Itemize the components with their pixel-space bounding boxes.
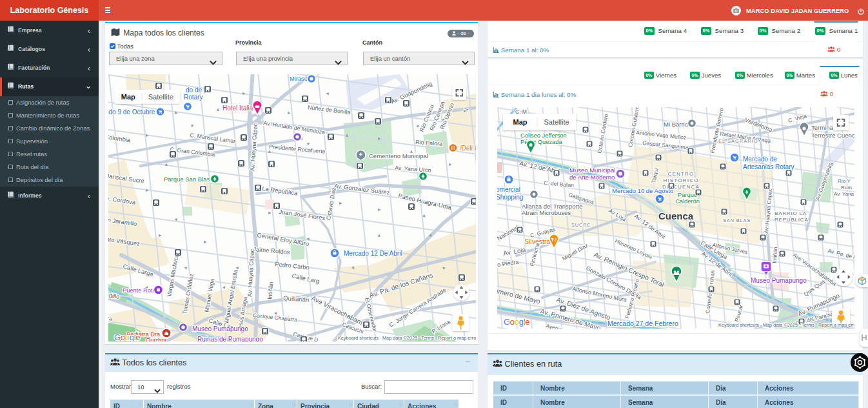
svg-text:Rum: Rum xyxy=(841,185,852,190)
svg-text:CENTRO: CENTRO xyxy=(667,171,694,177)
svg-text:Map: Map xyxy=(513,118,527,126)
svg-text:Calderón: Calderón xyxy=(675,198,700,205)
svg-text:/Deli Wir: /Deli Wir xyxy=(460,145,476,152)
svg-text:Mercado 10 de Agosto: Mercado 10 de Agosto xyxy=(612,187,673,194)
svg-text:Cuenca: Cuenca xyxy=(658,210,694,221)
svg-text:BARRIO LA: BARRIO LA xyxy=(774,210,807,216)
svg-text:Coliseo Jefferson: Coliseo Jefferson xyxy=(520,132,567,139)
svg-text:Keyboard shortcuts Map data: Keyboard shortcuts Map data ©2025 Terms … xyxy=(338,335,476,341)
svg-text:de Arte Moderno: de Arte Moderno xyxy=(569,174,615,181)
svg-text:Atrain Microbuses: Atrain Microbuses xyxy=(522,209,571,216)
svg-text:Google: Google xyxy=(504,317,529,327)
svg-text:Terrestre Cuenca: Terrestre Cuenca xyxy=(811,132,854,139)
svg-text:udillo: udillo xyxy=(108,291,120,300)
svg-text:Rotary: Rotary xyxy=(184,94,202,101)
svg-text:Parque San Blas: Parque San Blas xyxy=(164,176,210,183)
svg-text:EL SAGRARIO: EL SAGRARIO xyxy=(718,138,758,144)
svg-text:Mercado de: Mercado de xyxy=(743,156,777,163)
svg-text:Museo Municipal: Museo Municipal xyxy=(569,167,615,174)
svg-text:Mirasol: Mirasol xyxy=(290,76,309,82)
svg-text:Mi Barrio: Mi Barrio xyxy=(664,121,688,128)
svg-text:Cementerio Municipal: Cementerio Municipal xyxy=(369,152,428,159)
svg-text:Satellite: Satellite xyxy=(544,118,569,126)
svg-text:Intiñán: Intiñán xyxy=(771,247,778,263)
svg-text:REPUBLICA: REPUBLICA xyxy=(774,217,809,223)
svg-text:Ruinas de Pumapungo: Ruinas de Pumapungo xyxy=(197,336,263,342)
svg-text:Quizhpi: Quizhpi xyxy=(146,337,166,342)
svg-text:Museo Pumapungo: Museo Pumapungo xyxy=(751,277,807,284)
svg-text:Río Y: Río Y xyxy=(838,178,851,184)
svg-text:omercial: omercial xyxy=(497,186,520,193)
svg-text:Museo Pumapungo: Museo Pumapungo xyxy=(192,325,248,332)
svg-text:Map: Map xyxy=(121,92,135,100)
svg-text:Shopping: Shopping xyxy=(497,194,523,201)
svg-text:HISTÓRICO: HISTÓRICO xyxy=(663,178,698,183)
svg-text:SUCRE: SUCRE xyxy=(571,222,591,228)
svg-text:Google: Google xyxy=(114,332,140,342)
svg-text:Mercado 27 de Febrero: Mercado 27 de Febrero xyxy=(607,320,678,327)
svg-text:Mercado 12 De Abril: Mercado 12 De Abril xyxy=(344,250,402,257)
svg-text:Keyboard shortcuts Map data: Keyboard shortcuts Map data ©2025 Terms … xyxy=(718,322,854,328)
svg-text:Artesanias Rotary: Artesanias Rotary xyxy=(743,163,794,170)
svg-text:Terminal: Terminal xyxy=(811,124,834,131)
svg-text:Satellite: Satellite xyxy=(148,92,173,100)
svg-text:Puente Roto: Puente Roto xyxy=(123,287,156,294)
svg-text:ado 9 de Octubre: ado 9 de Octubre xyxy=(108,108,155,116)
svg-text:do de: do de xyxy=(186,87,202,94)
svg-text:SAN BLAS: SAN BLAS xyxy=(723,218,751,223)
svg-text:Hotel Italia: Hotel Italia xyxy=(222,105,253,112)
svg-text:Parque: Parque xyxy=(678,192,697,198)
svg-text:Av. Yana: Av. Yana xyxy=(834,191,854,197)
